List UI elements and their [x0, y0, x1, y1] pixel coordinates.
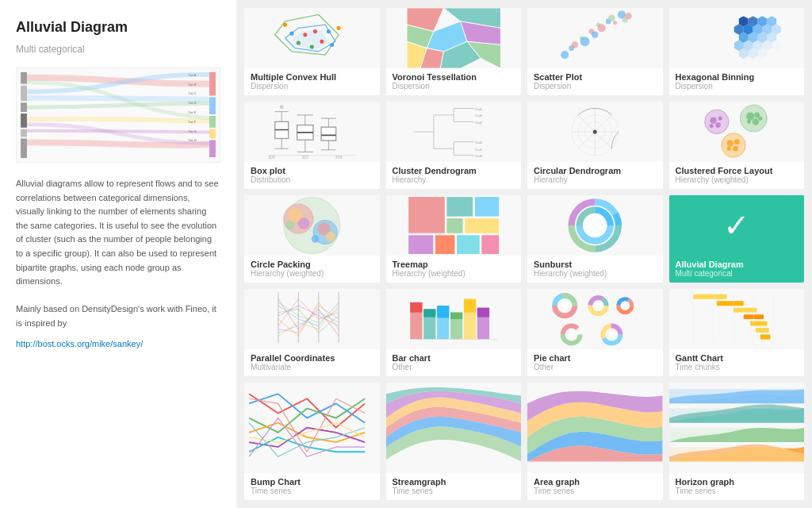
chart-label: Cluster Dendrogram	[393, 166, 515, 175]
chart-category: Hierarchy (weighted)	[676, 175, 799, 184]
svg-rect-169	[437, 306, 449, 318]
chart-category: Dispersion	[393, 82, 515, 90]
svg-point-31	[337, 26, 341, 30]
svg-rect-154	[464, 218, 499, 233]
chart-label: Circular Dendrogram	[534, 166, 657, 175]
chart-category: Time series	[393, 487, 515, 495]
svg-point-129	[709, 124, 713, 128]
chart-card-circle-packing[interactable]: Circle Packing Hierarchy (weighted)	[244, 195, 380, 283]
chart-thumb-bump	[244, 383, 380, 473]
chart-card-scatter-plot[interactable]: Scatter Plot Dispersion	[527, 8, 663, 95]
chart-card-hexagonal-binning[interactable]: Hexagonal Binning Dispersion	[669, 8, 805, 95]
svg-text:Cat B: Cat B	[189, 83, 197, 87]
chart-card-voronoi-tessellation[interactable]: Voronoi Tessellation Dispersion	[386, 8, 522, 95]
svg-point-136	[721, 133, 745, 157]
chart-label: Bar chart	[393, 353, 515, 363]
chart-thumb-voronoi	[386, 8, 522, 68]
chart-label: Circle Packing	[251, 260, 373, 269]
chart-category: Dispersion	[676, 82, 799, 90]
chart-thumb-scatter	[527, 8, 663, 68]
chart-info-alluvial: Alluvial Diagram Multi categorical	[669, 256, 805, 283]
chart-category: Hierarchy (weighted)	[534, 269, 657, 278]
svg-rect-157	[456, 235, 480, 255]
chart-label: Streamgraph	[393, 477, 515, 487]
left-panel: Alluvial Diagram Multi categorical	[0, 0, 236, 508]
chart-card-streamgraph[interactable]: Streamgraph Time series	[386, 383, 522, 500]
svg-text:Cat4: Cat4	[475, 154, 483, 158]
svg-point-25	[310, 45, 314, 49]
chart-card-treemap[interactable]: Treemap Hierarchy (weighted)	[386, 195, 522, 283]
chart-label: Hexagonal Binning	[676, 72, 799, 82]
chart-thumb-stream	[386, 383, 522, 473]
chart-label: Parallel Coordinates	[251, 353, 373, 363]
svg-point-135	[758, 117, 762, 121]
svg-rect-173	[463, 299, 475, 313]
chart-category: Distribution	[251, 175, 373, 184]
chart-card-horizon-graph[interactable]: Horizon graph Time series	[669, 383, 805, 500]
chart-category: Dispersion	[251, 82, 373, 90]
chart-category: Hierarchy	[393, 175, 515, 184]
chart-label: Treemap	[393, 260, 515, 269]
chart-category: Time chunks	[676, 363, 799, 371]
svg-line-120	[578, 115, 595, 132]
chart-thumb-circle-packing	[244, 195, 380, 256]
chart-category: Hierarchy	[534, 175, 657, 184]
chart-card-area-graph[interactable]: Area graph Time series	[527, 383, 663, 500]
chart-card-sunburst[interactable]: Sunburst Hierarchy (weighted)	[527, 195, 663, 283]
chart-card-multiple-convex-hull[interactable]: Multiple Convex Hull Dispersion	[244, 8, 380, 95]
chart-thumb-treemap	[386, 195, 522, 256]
chart-label: Multiple Convex Hull	[251, 72, 373, 82]
svg-rect-200	[750, 321, 767, 326]
chart-card-gantt-chart[interactable]: Gantt Chart Time chunks	[669, 289, 805, 376]
svg-text:Cat E: Cat E	[189, 110, 197, 114]
chart-label: Bump Chart	[251, 477, 373, 487]
svg-rect-165	[410, 302, 422, 313]
chart-thumb-pie	[527, 289, 663, 349]
chart-category: Multi categorical	[676, 269, 799, 278]
chart-card-bump-chart[interactable]: Bump Chart Time series	[244, 383, 380, 500]
chart-label: Gantt Chart	[676, 353, 799, 363]
panel-link[interactable]: http://bost.ocks.org/mike/sankey/	[16, 339, 220, 348]
svg-point-47	[592, 32, 598, 38]
chart-info-scatter: Scatter Plot Dispersion	[527, 68, 663, 95]
chart-thumb-bar	[386, 289, 522, 349]
svg-point-146	[286, 221, 294, 229]
svg-point-43	[572, 41, 578, 48]
svg-text:300: 300	[268, 155, 275, 160]
chart-card-pie-chart[interactable]: Pie chart Other	[527, 289, 663, 376]
panel-subtitle: Multi categorical	[16, 44, 220, 55]
svg-point-125	[704, 110, 728, 133]
svg-text:310: 310	[302, 155, 309, 160]
chart-card-circular-dendrogram[interactable]: Circular Dendrogram Hierarchy	[527, 102, 663, 189]
svg-point-24	[320, 40, 324, 44]
svg-point-134	[746, 120, 750, 124]
chart-info-pie: Pie chart Other	[527, 349, 663, 376]
chart-card-alluvial-diagram[interactable]: ✓ Alluvial Diagram Multi categorical	[669, 195, 805, 283]
chart-label: Pie chart	[534, 353, 657, 363]
svg-point-22	[303, 33, 307, 37]
svg-point-23	[313, 29, 317, 33]
svg-point-124	[593, 130, 597, 134]
chart-card-cluster-dendrogram[interactable]: Cat1 Cat2 Cat3 Cat4 Cat5 Cat6 Cluster De…	[386, 102, 522, 189]
chart-card-box-plot[interactable]: 300 310 320 Box plot Distribution	[244, 102, 380, 189]
alluvial-preview: Cat A Cat B Cat C Cat D Cat E Cat F Cat …	[16, 67, 220, 163]
chart-card-bar-chart[interactable]: Bar chart Other	[386, 289, 522, 376]
svg-text:Cat H: Cat H	[189, 138, 197, 142]
chart-info-clustered-force: Clustered Force Layout Hierarchy (weight…	[669, 162, 805, 189]
chart-category: Time series	[534, 487, 657, 495]
svg-point-45	[580, 37, 590, 46]
svg-point-188	[623, 304, 627, 308]
chart-label: Horizon graph	[676, 477, 799, 487]
svg-point-52	[613, 21, 617, 25]
chart-card-clustered-force-layout[interactable]: Clustered Force Layout Hierarchy (weight…	[669, 102, 805, 189]
svg-text:Cat D: Cat D	[189, 101, 197, 105]
svg-point-140	[726, 147, 730, 151]
chart-info-boxplot: Box plot Distribution	[244, 162, 380, 189]
chart-label: Box plot	[251, 166, 373, 175]
svg-text:Cat2: Cat2	[475, 121, 483, 125]
svg-rect-202	[760, 335, 770, 340]
chart-thumb-cluster: Cat1 Cat2 Cat3 Cat4 Cat5 Cat6	[386, 102, 522, 162]
chart-info-parallel: Parallel Coordinates Multivariate	[244, 349, 380, 376]
chart-card-parallel-coordinates[interactable]: Parallel Coordinates Multivariate	[244, 289, 380, 376]
panel-description: Alluvial diagrams allow to represent flo…	[16, 177, 220, 331]
